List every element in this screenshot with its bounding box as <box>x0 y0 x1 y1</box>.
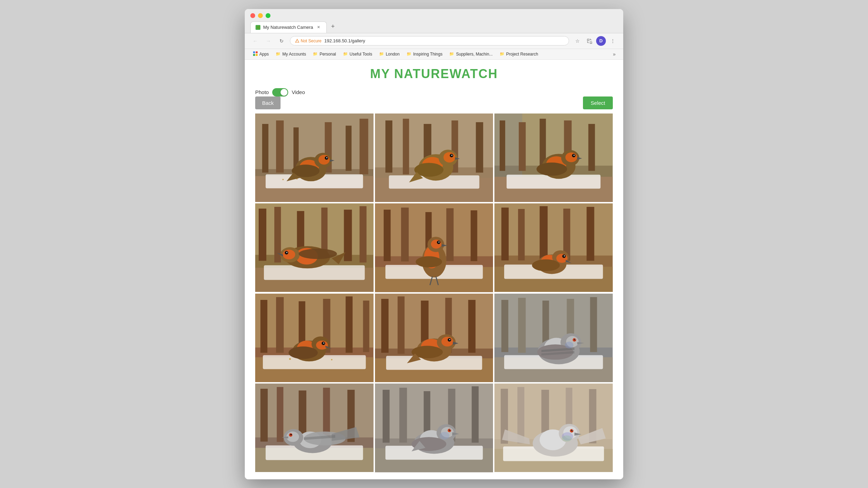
svg-rect-153 <box>590 297 597 352</box>
bookmark-apps-label: Apps <box>259 52 269 57</box>
bookmark-project-research[interactable]: 📁 Project Research <box>497 51 541 58</box>
gallery-item[interactable] <box>375 113 493 202</box>
svg-rect-95 <box>494 203 613 255</box>
close-button[interactable] <box>250 13 255 18</box>
gallery-item[interactable] <box>255 384 374 472</box>
svg-rect-116 <box>345 296 352 353</box>
svg-point-120 <box>289 358 291 360</box>
menu-button[interactable]: ⋮ <box>608 36 618 46</box>
tab-close-button[interactable]: ✕ <box>316 25 322 30</box>
bookmark-suppliers[interactable]: 📁 Suppliers, Machin... <box>446 51 495 58</box>
gallery-item[interactable] <box>494 113 613 202</box>
back-button[interactable]: Back <box>255 96 281 109</box>
toggle-knob <box>281 89 287 96</box>
svg-point-162 <box>575 339 576 339</box>
svg-point-91 <box>416 256 442 267</box>
svg-point-180 <box>290 434 292 435</box>
svg-rect-79 <box>401 208 409 261</box>
photo-image <box>255 113 374 202</box>
bookmark-button[interactable]: ☆ <box>573 36 582 46</box>
svg-rect-13 <box>360 119 368 174</box>
traffic-lights <box>250 13 618 18</box>
svg-rect-98 <box>540 206 548 261</box>
svg-rect-3 <box>253 54 255 56</box>
extensions-button[interactable] <box>584 36 594 46</box>
minimize-button[interactable] <box>258 13 263 18</box>
svg-point-57 <box>574 154 575 155</box>
photo-gallery <box>255 113 613 472</box>
folder-icon-inspiring-things: 📁 <box>407 52 411 56</box>
bookmark-london[interactable]: 📁 London <box>376 51 402 58</box>
gallery-item[interactable] <box>255 203 374 292</box>
address-bar: ← → ↻ ! Not Secure 192.168.50.1/gallery … <box>245 33 623 49</box>
photo-video-toggle[interactable] <box>272 88 288 96</box>
svg-point-108 <box>564 255 565 256</box>
folder-icon-personal: 📁 <box>313 52 318 56</box>
gallery-item[interactable] <box>375 294 493 382</box>
svg-rect-81 <box>446 208 453 261</box>
svg-point-130 <box>289 346 318 359</box>
gallery-item[interactable] <box>494 203 613 292</box>
svg-rect-45 <box>500 120 505 171</box>
bookmark-my-accounts-label: My Accounts <box>282 52 306 57</box>
photo-image <box>375 203 493 292</box>
photo-image <box>494 294 613 382</box>
tab-bar: 🌿 My Naturewatch Camera ✕ + <box>250 22 618 33</box>
gallery-item[interactable] <box>494 294 613 382</box>
active-tab[interactable]: 🌿 My Naturewatch Camera ✕ <box>250 22 327 33</box>
svg-rect-113 <box>276 297 284 353</box>
svg-point-24 <box>326 157 327 158</box>
svg-point-72 <box>283 250 295 259</box>
security-indicator: ! Not Secure <box>295 39 322 43</box>
svg-point-177 <box>286 431 299 442</box>
photo-image <box>375 294 493 382</box>
svg-rect-29 <box>403 119 409 174</box>
svg-rect-82 <box>470 210 477 261</box>
svg-rect-4 <box>256 54 258 56</box>
gallery-item[interactable] <box>375 384 493 472</box>
svg-rect-78 <box>384 210 391 261</box>
bookmark-project-research-label: Project Research <box>506 52 538 57</box>
select-button[interactable]: Select <box>583 96 613 109</box>
svg-point-40 <box>451 154 452 155</box>
maximize-button[interactable] <box>266 13 270 18</box>
back-nav-button[interactable]: ← <box>250 36 260 46</box>
svg-rect-46 <box>519 122 526 171</box>
photo-image <box>494 113 613 202</box>
svg-point-74 <box>286 252 287 253</box>
action-buttons: Back Select <box>255 96 613 109</box>
bookmark-personal-label: Personal <box>319 52 336 57</box>
url-text: 192.168.50.1/gallery <box>324 38 365 43</box>
gallery-item[interactable] <box>375 203 493 292</box>
bookmark-personal[interactable]: 📁 Personal <box>310 51 339 58</box>
bookmark-useful-tools[interactable]: 📁 Useful Tools <box>340 51 375 58</box>
svg-point-129 <box>323 342 324 343</box>
svg-text:!: ! <box>297 40 298 42</box>
photo-image <box>494 203 613 292</box>
gallery-item[interactable] <box>255 113 374 202</box>
folder-icon-suppliers: 📁 <box>449 52 454 56</box>
photo-video-toggle-group: Photo Video <box>255 88 613 96</box>
bookmark-inspiring-things[interactable]: 📁 Inspiring Things <box>404 51 445 58</box>
new-tab-button[interactable]: + <box>328 22 338 32</box>
svg-rect-183 <box>383 390 390 443</box>
url-bar[interactable]: ! Not Secure 192.168.50.1/gallery <box>290 36 569 45</box>
photo-image <box>494 384 613 472</box>
profile-button[interactable]: D <box>596 36 606 46</box>
bookmark-my-accounts[interactable]: 📁 My Accounts <box>273 51 309 58</box>
more-bookmarks-button[interactable]: » <box>611 50 618 58</box>
tab-label: My Naturewatch Camera <box>263 25 313 30</box>
gallery-item[interactable] <box>494 384 613 472</box>
forward-nav-button[interactable]: → <box>264 36 273 46</box>
bookmarks-bar: Apps 📁 My Accounts 📁 Personal 📁 Useful T… <box>245 49 623 60</box>
svg-point-216 <box>562 435 572 441</box>
gallery-item[interactable] <box>255 294 374 382</box>
svg-point-58 <box>537 162 567 176</box>
svg-point-38 <box>443 152 455 162</box>
svg-rect-49 <box>589 124 595 171</box>
svg-rect-133 <box>381 299 389 353</box>
refresh-button[interactable]: ↻ <box>277 36 286 46</box>
svg-point-214 <box>572 430 573 430</box>
svg-rect-9 <box>276 120 284 173</box>
bookmark-apps[interactable]: Apps <box>250 50 272 58</box>
